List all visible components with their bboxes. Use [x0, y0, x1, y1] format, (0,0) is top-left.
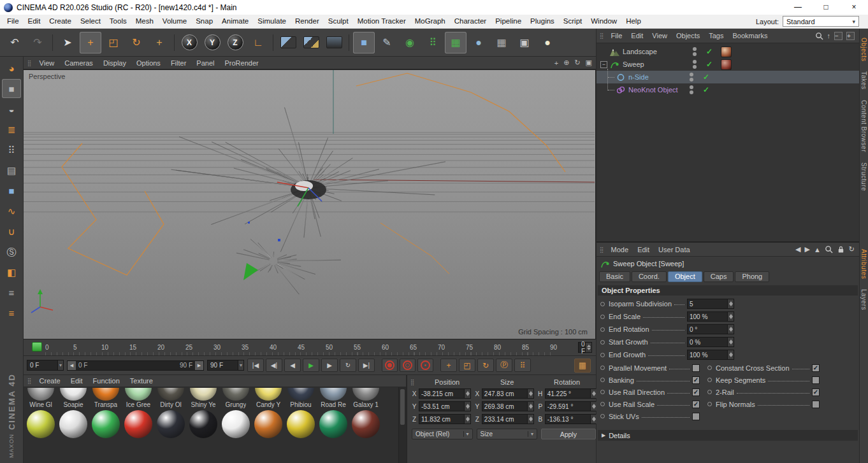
path-up-icon[interactable]: ↑ — [827, 32, 831, 39]
key-pla-icon[interactable]: ⠿ — [514, 359, 531, 372]
material-item[interactable]: Shiny Ye — [187, 388, 219, 408]
menubar-item[interactable]: MoGraph — [410, 15, 450, 28]
value-stepper[interactable] — [464, 415, 470, 424]
render-view-icon[interactable] — [277, 32, 299, 53]
checkbox[interactable]: ✓ — [812, 364, 820, 372]
viewport-menu-item[interactable]: ProRender — [219, 59, 263, 67]
next-frame-icon[interactable]: ▶ — [321, 359, 338, 372]
material-item[interactable] — [90, 410, 122, 438]
value-stepper[interactable] — [590, 415, 597, 424]
lock-icon[interactable] — [837, 245, 845, 253]
enable-check-icon[interactable]: ✓ — [703, 60, 716, 69]
spline-tool-icon[interactable]: ∿ — [2, 201, 21, 220]
points-mode-icon[interactable]: ⠿ — [2, 140, 21, 159]
tab-coord[interactable]: Coord. — [632, 271, 667, 282]
keyframe-circle-icon[interactable] — [707, 390, 712, 394]
keyframe-circle-icon[interactable] — [600, 414, 605, 418]
quantize-toggle-icon[interactable]: Ⓢ — [2, 242, 21, 261]
move-tool-icon[interactable]: + — [80, 32, 101, 53]
prev-frame-icon[interactable]: ◀ — [284, 359, 301, 372]
viewport-menu-item[interactable]: Display — [98, 59, 131, 67]
collapse-all-icon[interactable]: − — [834, 32, 843, 40]
menubar-item[interactable]: Snap — [191, 15, 217, 28]
object-name[interactable]: n-Side — [628, 73, 683, 81]
material-item[interactable]: Candy Y — [252, 388, 284, 408]
menubar-item[interactable]: Select — [76, 15, 105, 28]
material-item[interactable] — [122, 410, 154, 438]
material-item[interactable] — [155, 410, 187, 438]
property-input[interactable]: 5 — [687, 299, 734, 309]
material-tag-icon[interactable] — [721, 59, 732, 70]
apply-button[interactable]: Apply — [541, 429, 596, 439]
material-item[interactable]: Soapie — [57, 388, 89, 408]
history-back-icon[interactable]: ◀ — [795, 245, 800, 253]
paint-tool-icon[interactable]: ◧ — [2, 262, 21, 281]
value-stepper[interactable] — [727, 338, 734, 346]
panel-tab-objects[interactable]: Objects — [860, 32, 867, 66]
viewport-menu-item[interactable]: Cameras — [59, 59, 98, 67]
workplane-icon[interactable]: ▦ — [491, 32, 512, 53]
value-stepper[interactable] — [464, 389, 470, 398]
material-item[interactable] — [220, 410, 252, 438]
property-input[interactable]: 0 ° — [687, 324, 734, 334]
viewport-menu-item[interactable]: Filter — [166, 59, 191, 67]
panel-tab-layers[interactable]: Layers — [860, 284, 867, 315]
checkbox[interactable]: ✓ — [692, 388, 700, 396]
checkbox[interactable] — [692, 413, 700, 420]
coordinate-input[interactable]: 233.14 cm — [482, 414, 534, 424]
enable-check-icon[interactable]: ✓ — [700, 85, 712, 94]
panel-tab-attributes[interactable]: Attributes — [860, 244, 867, 284]
visibility-dots[interactable] — [683, 85, 700, 94]
camera-label[interactable]: Perspective — [29, 73, 65, 80]
camera-icon[interactable]: ▣ — [514, 32, 535, 53]
live-selection-icon[interactable]: ➤ — [57, 32, 78, 53]
undo-icon[interactable]: ↶ — [4, 32, 25, 53]
value-stepper[interactable] — [590, 389, 597, 398]
redo-icon[interactable]: ↷ — [27, 32, 48, 53]
panel-tab-content-browser[interactable]: Content Browser — [860, 95, 867, 157]
keyframe-circle-icon[interactable] — [707, 366, 712, 370]
keyframe-circle-icon[interactable] — [707, 378, 712, 382]
model-mode-icon[interactable]: ✎ — [376, 32, 398, 53]
material-item[interactable] — [317, 410, 349, 438]
keyframe-circle-icon[interactable] — [600, 340, 605, 345]
object-row-nside[interactable]: n-Side ✓ — [597, 71, 859, 83]
scale-tool-icon[interactable]: ◰ — [103, 32, 124, 53]
keyframe-circle-icon[interactable] — [600, 378, 605, 382]
light-icon[interactable]: ● — [537, 32, 558, 53]
material-menu-item[interactable]: Create — [34, 377, 66, 385]
autokey-icon[interactable] — [400, 359, 416, 372]
render-settings-icon[interactable] — [300, 32, 322, 53]
menubar-item[interactable]: Render — [291, 15, 324, 28]
visibility-dots[interactable] — [686, 60, 703, 69]
panel-tab-takes[interactable]: Takes — [860, 66, 867, 95]
checkbox[interactable] — [812, 401, 820, 408]
viewport-menu-item[interactable]: Panel — [191, 59, 219, 67]
object-manager-menu-item[interactable]: Tags — [704, 32, 728, 39]
key-rotation-icon[interactable]: ↻ — [477, 359, 494, 372]
keyframe-circle-icon[interactable] — [600, 402, 605, 406]
coordinate-system-icon[interactable]: ∟ — [247, 32, 269, 53]
parent-up-icon[interactable]: ▲ — [814, 246, 821, 253]
property-input[interactable]: 100 % — [687, 311, 734, 322]
keyframe-circle-icon[interactable] — [600, 327, 605, 332]
viewport-menu-item[interactable]: View — [34, 59, 60, 67]
z-axis-lock-icon[interactable]: Z — [224, 32, 246, 53]
rotate-tool-icon[interactable]: ↻ — [126, 32, 147, 53]
goto-start-icon[interactable]: |◀ — [247, 359, 264, 372]
value-stepper[interactable] — [727, 325, 734, 334]
coordinate-input[interactable]: 269.38 cm — [482, 401, 534, 411]
details-expander[interactable]: ▶ Details — [598, 430, 858, 441]
tab-phong[interactable]: Phong — [735, 271, 769, 282]
material-item[interactable] — [285, 410, 317, 438]
value-stepper[interactable] — [590, 402, 597, 411]
property-input[interactable]: 0 % — [687, 337, 734, 347]
object-manager-menu-item[interactable]: View — [647, 32, 672, 39]
menubar-item[interactable]: Simulate — [253, 15, 291, 28]
coordinate-input[interactable]: 11.832 cm — [419, 414, 471, 424]
menubar-item[interactable]: Mesh — [131, 15, 158, 28]
value-stepper[interactable] — [727, 299, 734, 308]
menubar-item[interactable]: Volume — [158, 15, 191, 28]
layers-icon[interactable]: ≡ — [2, 283, 21, 302]
range-start-field[interactable]: 0 F ▾ — [27, 360, 64, 371]
